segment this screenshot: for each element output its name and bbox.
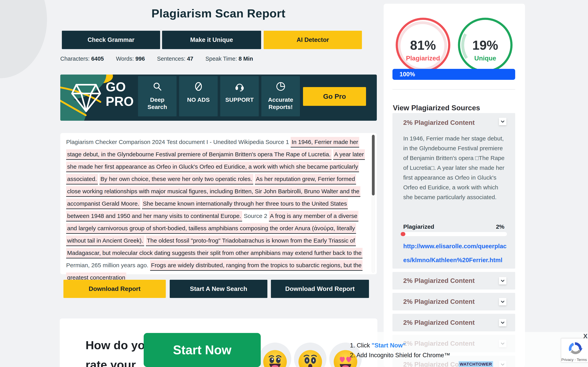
source-meter-value: 2% (496, 223, 504, 230)
stat-item: Characters:6405 (60, 56, 104, 62)
document-stats: Characters:6405Words:996Sentences:47Spea… (60, 56, 253, 62)
feature-label: SUPPORT (224, 96, 255, 103)
search-icon (152, 89, 163, 92)
go-pro-features: Deep SearchNO ADSSUPPORTAccurate Reports… (138, 76, 300, 117)
source-card-collapsed[interactable]: 2% Plagiarized Content (392, 293, 515, 310)
scanned-document-panel: Plagiarism Checker Comparison 2024 Test … (60, 133, 377, 274)
source-caption: 2% Plagiarized Content (403, 293, 475, 310)
source-meter-label: Plagiarized (403, 223, 434, 230)
stat-item: Sentences:47 (157, 56, 193, 62)
unique-percent: 19% (472, 38, 498, 52)
plagiarized-percent: 81% (410, 38, 436, 52)
scrollbar-thumb[interactable] (372, 135, 375, 195)
source-caption: 2% Plagiarized Content (403, 119, 475, 126)
start-new-search-button[interactable]: Start A New Search (170, 280, 267, 298)
source-url-line[interactable]: es/klmno/Kathleen%20Ferrier.html (403, 253, 508, 267)
promo-heading-line2: rate your (85, 358, 136, 367)
scan-progress-bar: 100% (392, 69, 515, 80)
stat-item: Words:996 (116, 56, 145, 62)
go-pro-feature-tile: SUPPORT (220, 76, 259, 117)
plagiarism-report-page: Plagiarism Scan Report Check Grammar Mak… (0, 0, 588, 367)
scanned-document-text: Plagiarism Checker Comparison 2024 Test … (66, 136, 369, 284)
excited-emoji (258, 342, 292, 367)
unique-segment: Source 2 (244, 213, 267, 219)
stat-value: 996 (136, 56, 145, 62)
download-report-button[interactable]: Download Report (63, 280, 166, 298)
go-pro-feature-tile: NO ADS (179, 76, 218, 117)
stat-value: 47 (187, 56, 193, 62)
watchtower-logo[interactable]: WATCHTOWER (459, 361, 493, 367)
source-excerpt: In 1946, Ferrier made her stage debut, i… (403, 133, 507, 202)
promo-heading-line1: How do yo (85, 338, 145, 352)
plagiarized-segment: By her own choice, these were her only t… (99, 174, 253, 184)
go-pro-feature-tile: Deep Search (138, 76, 177, 117)
astonished-emoji (294, 342, 327, 367)
recaptcha-privacy-terms[interactable]: Privacy - Terms (561, 358, 587, 362)
unique-segment: Plagiarism Checker Comparison 2024 Test … (66, 139, 289, 145)
page-title: Plagiarism Scan Report (60, 7, 377, 20)
corner-decoration (0, 0, 47, 78)
check-grammar-button[interactable]: Check Grammar (62, 31, 160, 49)
stat-value: 6405 (91, 56, 104, 62)
promo-step-2: 2. Add Incognito Shield for Chrome™ (350, 352, 450, 359)
source-caption: 2% Plagiarized Content (403, 272, 475, 290)
unique-segment: Permian, 265 million years ago. (66, 262, 148, 268)
go-pro-button[interactable]: Go Pro (303, 87, 366, 106)
stat-label: Characters: (60, 56, 90, 62)
source-url-line[interactable]: http://www.elisarolle.com/queerplac (403, 239, 508, 253)
results-sidebar: 81% Plagiarized 19% Unique 100% View Pla… (384, 4, 525, 367)
stat-value: 8 Min (239, 56, 253, 62)
source-url-link[interactable]: http://www.elisarolle.com/queerplac es/k… (403, 239, 508, 267)
stat-label: Sentences: (157, 56, 185, 62)
chevron-down-icon[interactable] (499, 277, 506, 284)
unique-score-ring: 19% Unique (458, 17, 513, 73)
headset-icon (234, 89, 245, 92)
chevron-down-icon[interactable] (499, 319, 506, 326)
source-caption: 2% Plagiarized Content (403, 314, 475, 331)
download-word-report-button[interactable]: Download Word Report (271, 280, 369, 298)
go-pro-banner: GO PRO Deep SearchNO ADSSUPPORTAccurate … (60, 75, 377, 121)
unique-label: Unique (474, 55, 496, 62)
diamond-icon (70, 83, 102, 112)
promo-step-1: 1. Click "Start Now" (350, 342, 450, 349)
source-card-expanded: 2% Plagiarized Content In 1946, Ferrier … (392, 113, 515, 269)
document-scrollbar[interactable] (372, 135, 375, 273)
pie-chart-icon (275, 89, 286, 92)
stat-label: Words: (116, 56, 134, 62)
step-1-start-now-link[interactable]: "Start Now" (372, 342, 406, 349)
feature-label: Accurate Reports! (265, 96, 296, 110)
source-card-collapsed[interactable]: 2% Plagiarized Content (392, 314, 515, 331)
feature-label: Deep Search (142, 96, 173, 110)
plagiarized-label: Plagiarized (406, 55, 440, 62)
chevron-down-icon[interactable] (499, 118, 506, 125)
source-card-collapsed[interactable]: 2% Plagiarized Content (392, 272, 515, 290)
promo-steps: 1. Click "Start Now" 2. Add Incognito Sh… (350, 342, 450, 359)
step-1-text: 1. Click (350, 342, 372, 349)
feature-label: NO ADS (183, 96, 214, 103)
start-now-button[interactable]: Start Now (144, 333, 261, 367)
ai-detector-button[interactable]: AI Detector (264, 31, 362, 49)
go-pro-feature-tile: Accurate Reports! (261, 76, 300, 117)
divider (392, 89, 515, 90)
source-meter-fill (401, 232, 405, 236)
recaptcha-badge[interactable]: Privacy - Terms (561, 338, 588, 362)
chevron-down-icon[interactable] (499, 298, 506, 305)
plagiarized-score-ring: 81% Plagiarized (395, 17, 451, 73)
source-meter-track (401, 232, 507, 236)
make-it-unique-button[interactable]: Make it Unique (162, 31, 261, 49)
recaptcha-icon (566, 340, 584, 357)
stat-item: Speak Time:8 Min (205, 56, 253, 62)
no-ads-icon (193, 89, 204, 92)
stat-label: Speak Time: (205, 56, 237, 62)
sources-heading: View Plagiarized Sources (393, 104, 480, 112)
